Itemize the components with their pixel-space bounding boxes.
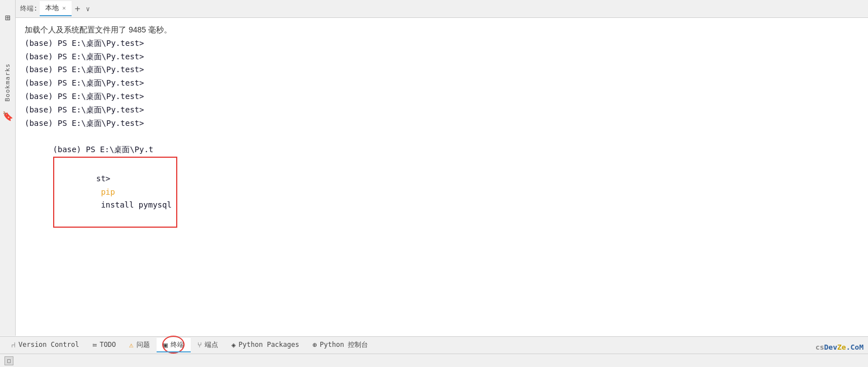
terminal-tab-label: 终端: [171, 340, 184, 350]
terminal-tab-bar: 终端: 本地 × + ∨: [16, 0, 868, 18]
tab-local[interactable]: 本地 ×: [40, 1, 72, 16]
terminal-prompt-4: (base) PS E:\桌面\Py.test>: [25, 90, 859, 103]
tab-local-label: 本地: [45, 3, 59, 13]
terminal-last-line: (base) PS E:\桌面\Py.t st> pip install pym…: [25, 130, 859, 241]
tab-python-console[interactable]: ⊕ Python 控制台: [306, 338, 375, 353]
status-bar: □: [0, 354, 868, 367]
terminal-label: 终端:: [20, 4, 37, 13]
bottom-tabs-bar: ⑁ Version Control ≔ TODO ⚠ 问题 ▣ 终端 ⑂ 端点 …: [0, 337, 868, 354]
status-square-button[interactable]: □: [4, 356, 13, 365]
tab-python-packages[interactable]: ◈ Python Packages: [225, 338, 306, 352]
sidebar-left: 结构 ⊞ Bookmarks 🔖: [0, 0, 16, 336]
python-console-icon: ⊕: [313, 341, 317, 349]
todo-label: TODO: [100, 341, 116, 349]
pip-keyword: pip: [96, 187, 115, 196]
terminal-prompt-6: (base) PS E:\桌面\Py.test>: [25, 117, 859, 130]
bottom-bar: ⑁ Version Control ≔ TODO ⚠ 问题 ▣ 终端 ⑂ 端点 …: [0, 336, 868, 367]
python-console-label: Python 控制台: [320, 340, 369, 350]
terminal-content[interactable]: 加载个人及系统配置文件用了 9485 毫秒。 (base) PS E:\桌面\P…: [16, 18, 868, 336]
main-terminal-area: 终端: 本地 × + ∨ 加载个人及系统配置文件用了 9485 毫秒。 (bas…: [16, 0, 868, 336]
tab-issues[interactable]: ⚠ 问题: [122, 338, 157, 353]
python-packages-label: Python Packages: [239, 341, 299, 349]
tab-dropdown-button[interactable]: ∨: [84, 5, 92, 13]
sidebar-structure-label[interactable]: 结构: [1, 0, 14, 10]
tab-terminal[interactable]: ▣ 终端: [157, 338, 191, 353]
last-line-prefix: (base) PS E:\桌面\Py.t: [53, 145, 154, 154]
terminal-prompt-0: (base) PS E:\桌面\Py.test>: [25, 37, 859, 50]
tab-todo[interactable]: ≔ TODO: [86, 338, 122, 352]
last-line-middle: st>: [96, 174, 110, 183]
terminal-prompt-2: (base) PS E:\桌面\Py.test>: [25, 63, 859, 77]
endpoints-icon: ⑂: [197, 341, 202, 349]
tab-endpoints[interactable]: ⑂ 端点: [191, 338, 225, 353]
tab-local-close[interactable]: ×: [62, 4, 66, 12]
issues-label: 问题: [136, 340, 150, 350]
python-packages-icon: ◈: [232, 341, 236, 349]
terminal-tab-icon: ▣: [163, 341, 168, 349]
terminal-info-line: 加载个人及系统配置文件用了 9485 毫秒。: [25, 23, 859, 37]
terminal-prompt-3: (base) PS E:\桌面\Py.test>: [25, 77, 859, 90]
endpoints-label: 端点: [205, 340, 218, 350]
terminal-prompt-1: (base) PS E:\桌面\Py.test>: [25, 50, 859, 64]
sidebar-bookmarks-label[interactable]: Bookmarks: [2, 59, 13, 106]
tab-version-control[interactable]: ⑁ Version Control: [4, 338, 86, 352]
version-control-label: Version Control: [18, 341, 79, 349]
sidebar-structure-icon[interactable]: ⊞: [3, 10, 13, 25]
sidebar-bookmark-icon[interactable]: 🔖: [0, 109, 16, 124]
version-control-icon: ⑁: [11, 341, 16, 349]
issues-icon: ⚠: [129, 341, 134, 349]
tab-add-button[interactable]: +: [72, 3, 84, 14]
todo-icon: ≔: [92, 341, 97, 349]
command-highlight-box: st> pip install pymysql: [53, 157, 177, 228]
terminal-prompt-5: (base) PS E:\桌面\Py.test>: [25, 103, 859, 117]
install-command: install pymysql: [96, 200, 172, 209]
